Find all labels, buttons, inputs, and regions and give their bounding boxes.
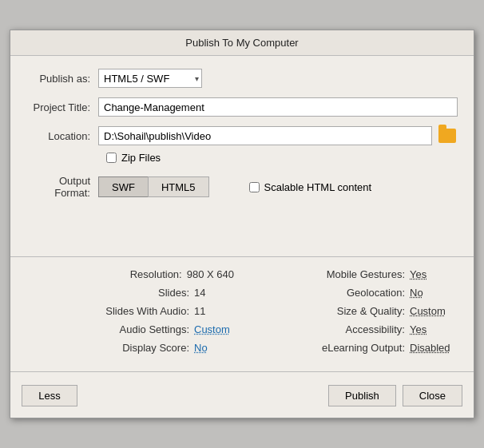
stats-left-col: Resolution: 980 X 640 Slides: 14 Slides …	[26, 268, 234, 360]
location-row: Location:	[26, 126, 458, 145]
geolocation-row: Geolocation: No	[250, 287, 458, 299]
close-button[interactable]: Close	[403, 385, 462, 406]
mobile-gestures-link[interactable]: Yes	[410, 268, 458, 280]
content-area: Publish as: HTML5 / SWF HTML5 SWF PDF ▾ …	[10, 56, 474, 245]
publish-as-select[interactable]: HTML5 / SWF HTML5 SWF PDF	[98, 69, 202, 88]
size-quality-label: Size & Quality:	[250, 305, 405, 317]
mobile-gestures-row: Mobile Gestures: Yes	[250, 268, 458, 280]
slides-audio-row: Slides With Audio: 11	[26, 305, 234, 317]
publish-dialog: Publish To My Computer Publish as: HTML5…	[10, 30, 474, 418]
accessibility-row: Accessibility: Yes	[250, 323, 458, 335]
stats-area: Resolution: 980 X 640 Slides: 14 Slides …	[10, 257, 474, 368]
dialog-title: Publish To My Computer	[10, 30, 474, 56]
folder-icon	[438, 129, 456, 143]
publish-as-label: Publish as:	[26, 73, 98, 85]
output-format-label: Output Format:	[26, 175, 98, 199]
resolution-row: Resolution: 980 X 640	[26, 268, 234, 280]
size-quality-row: Size & Quality: Custom	[250, 305, 458, 317]
zip-files-checkbox[interactable]	[106, 153, 117, 163]
display-score-label: Display Score:	[122, 342, 189, 354]
slides-audio-value: 11	[194, 305, 234, 317]
format-buttons-group: SWF HTML5	[98, 176, 209, 197]
publish-button[interactable]: Publish	[328, 385, 396, 406]
slides-audio-label: Slides With Audio:	[105, 305, 189, 317]
browse-folder-button[interactable]	[437, 127, 458, 145]
less-button[interactable]: Less	[22, 385, 77, 406]
display-score-row: Display Score: No	[26, 342, 234, 354]
slides-value: 14	[194, 287, 234, 299]
resolution-label: Resolution:	[130, 268, 182, 280]
scalable-checkbox[interactable]	[249, 182, 260, 192]
audio-settings-label: Audio Settings:	[120, 323, 189, 335]
location-label: Location:	[26, 130, 98, 142]
html5-format-button[interactable]: HTML5	[148, 176, 209, 197]
publish-as-row: Publish as: HTML5 / SWF HTML5 SWF PDF ▾	[26, 69, 458, 88]
audio-settings-link[interactable]: Custom	[194, 323, 234, 335]
mobile-gestures-label: Mobile Gestures:	[250, 268, 405, 280]
project-title-row: Project Title:	[26, 97, 458, 117]
size-quality-link[interactable]: Custom	[410, 305, 458, 317]
scalable-row: Scalable HTML content	[249, 181, 372, 193]
geolocation-link[interactable]: No	[410, 287, 458, 299]
accessibility-link[interactable]: Yes	[410, 323, 458, 335]
display-score-link[interactable]: No	[194, 342, 234, 354]
swf-format-button[interactable]: SWF	[98, 176, 148, 197]
output-format-row: Output Format: SWF HTML5 Scalable HTML c…	[26, 175, 458, 199]
zip-files-label: Zip Files	[121, 152, 161, 164]
project-title-input[interactable]	[98, 97, 458, 117]
publish-as-select-wrapper: HTML5 / SWF HTML5 SWF PDF ▾	[98, 69, 202, 88]
geolocation-label: Geolocation:	[250, 287, 405, 299]
zip-files-row: Zip Files	[106, 152, 458, 164]
button-bar: Less Publish Close	[10, 380, 474, 418]
right-buttons: Publish Close	[328, 385, 462, 406]
slides-label: Slides:	[158, 287, 189, 299]
resolution-value: 980 X 640	[187, 268, 234, 280]
audio-settings-row: Audio Settings: Custom	[26, 323, 234, 335]
location-input[interactable]	[98, 126, 432, 145]
slides-row: Slides: 14	[26, 287, 234, 299]
project-title-label: Project Title:	[26, 101, 98, 113]
elearning-link[interactable]: Disabled	[410, 342, 458, 354]
accessibility-label: Accessibility:	[250, 323, 405, 335]
elearning-label: eLearning Output:	[250, 342, 405, 354]
spacer	[26, 205, 458, 237]
stats-right-col: Mobile Gestures: Yes Geolocation: No Siz…	[234, 268, 458, 360]
elearning-row: eLearning Output: Disabled	[250, 342, 458, 354]
scalable-label: Scalable HTML content	[264, 181, 372, 193]
divider-bottom	[10, 371, 474, 372]
